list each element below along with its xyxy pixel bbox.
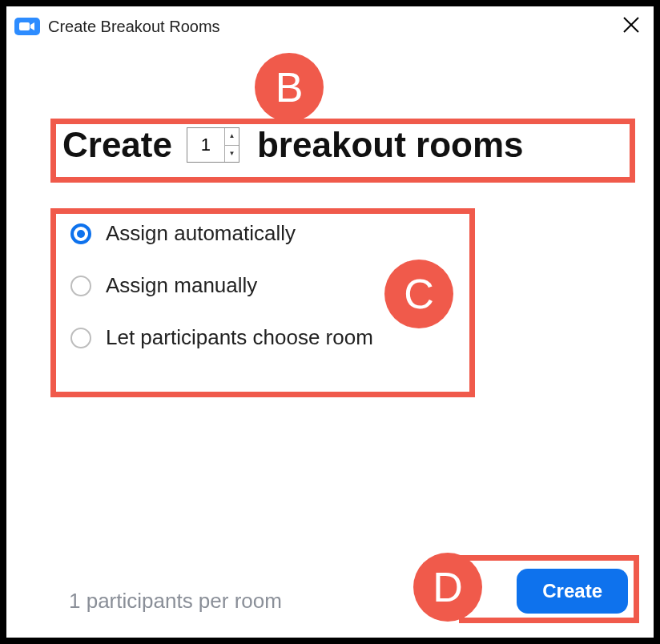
radio-selected-icon[interactable]	[70, 223, 91, 244]
dialog-window: Create Breakout Rooms B Create ▲ ▼ break…	[6, 6, 654, 638]
stepper-arrows: ▲ ▼	[224, 128, 239, 162]
svg-rect-0	[19, 22, 30, 30]
create-button[interactable]: Create	[517, 569, 628, 614]
annotation-badge-c: C	[384, 260, 453, 328]
radio-unselected-icon[interactable]	[70, 328, 91, 348]
create-label-after: breakout rooms	[257, 125, 524, 165]
stepper-down-icon[interactable]: ▼	[225, 146, 239, 163]
room-count-stepper[interactable]: ▲ ▼	[187, 127, 239, 163]
option-label: Let participants choose room	[106, 325, 373, 350]
option-assign-manually[interactable]: Assign manually	[70, 273, 373, 298]
stepper-up-icon[interactable]: ▲	[225, 128, 239, 146]
option-assign-automatically[interactable]: Assign automatically	[70, 221, 373, 246]
option-label: Assign manually	[106, 273, 257, 298]
assignment-options: Assign automatically Assign manually Let…	[70, 221, 373, 350]
option-label: Assign automatically	[106, 221, 296, 246]
radio-unselected-icon[interactable]	[70, 276, 91, 296]
create-label-before: Create	[62, 125, 172, 165]
annotation-badge-b: B	[255, 53, 324, 122]
participants-per-room: 1 participants per room	[69, 589, 282, 614]
room-count-input[interactable]	[187, 128, 224, 162]
create-rooms-row: Create ▲ ▼ breakout rooms	[62, 125, 630, 165]
zoom-logo-icon	[14, 18, 40, 35]
annotation-badge-d: D	[413, 553, 482, 622]
option-let-participants-choose[interactable]: Let participants choose room	[70, 325, 373, 350]
close-button[interactable]	[617, 16, 646, 37]
window-title: Create Breakout Rooms	[48, 18, 220, 36]
title-bar: Create Breakout Rooms	[6, 6, 654, 42]
